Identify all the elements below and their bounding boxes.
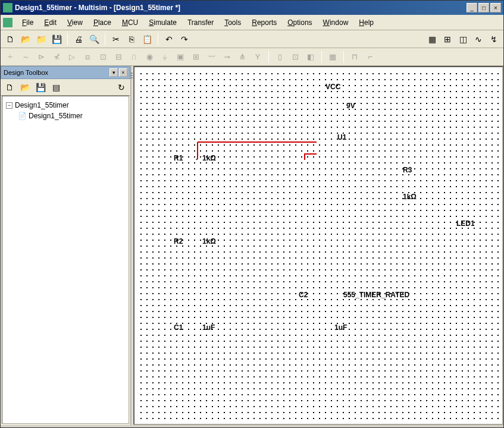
design-toolbox-header: Design Toolbox ▾ × xyxy=(1,66,130,79)
open-icon[interactable]: 📂 xyxy=(18,32,33,46)
comp-em-icon[interactable]: ⊸ xyxy=(220,50,234,64)
redo-icon[interactable]: ↷ xyxy=(177,32,192,46)
comp-ttl-icon[interactable]: ⧈ xyxy=(80,50,95,64)
instrument-icon[interactable]: ◫ xyxy=(456,32,470,46)
titlebar: Design1_55timer - Multisim - [Design1_55… xyxy=(1,1,503,15)
design-toolbox-panel: Design Toolbox ▾ × 🗋 📂 💾 ▤ ↻ − Design1_5… xyxy=(1,66,130,425)
menu-tools[interactable]: Tools xyxy=(220,17,246,29)
maximize-button[interactable]: □ xyxy=(478,3,489,12)
comp-hier-icon[interactable]: ⊡ xyxy=(288,50,302,64)
menu-simulate[interactable]: Simulate xyxy=(144,17,181,29)
menu-options[interactable]: Options xyxy=(283,17,317,29)
design-tree[interactable]: − Design1_55timer 📄 Design1_55timer xyxy=(2,96,129,424)
toolbox-save-icon[interactable]: 💾 xyxy=(34,81,47,94)
comp-analog-icon[interactable]: ▷ xyxy=(65,50,79,64)
collapse-icon[interactable]: − xyxy=(6,102,12,109)
r2-value[interactable]: 1kΩ xyxy=(202,237,216,246)
menu-file[interactable]: File xyxy=(17,17,38,29)
toolbox-refresh-icon[interactable]: ↻ xyxy=(115,81,128,94)
menu-help[interactable]: Help xyxy=(354,17,378,29)
toolbar-standard: 🗋 📂 📁 💾 🖨 🔍 ✂ ⎘ 📋 ↶ ↷ ▦ ⊞ ◫ ∿ ↯ xyxy=(1,30,503,48)
print-icon[interactable]: 🖨 xyxy=(71,32,86,46)
run-icon[interactable]: ▦ xyxy=(325,50,340,64)
panel-dropdown-icon[interactable]: ▾ xyxy=(109,68,118,77)
comp-mcu-icon[interactable]: ▯ xyxy=(273,50,287,64)
vcc-value[interactable]: 9V xyxy=(346,102,355,110)
design-toolbox-title: Design Toolbox xyxy=(4,69,48,76)
comp-source-icon[interactable]: ÷ xyxy=(3,50,17,64)
close-button[interactable]: × xyxy=(490,3,501,12)
menu-reports[interactable]: Reports xyxy=(247,17,281,29)
content-area: Design Toolbox ▾ × 🗋 📂 💾 ▤ ↻ − Design1_5… xyxy=(1,66,503,425)
tree-root[interactable]: − Design1_55timer xyxy=(6,100,125,111)
copy-icon[interactable]: ⎘ xyxy=(124,32,139,46)
menu-window[interactable]: Window xyxy=(318,17,353,29)
stop-icon[interactable]: ⌐ xyxy=(363,50,377,64)
doc-icon xyxy=(3,18,12,27)
menu-edit[interactable]: Edit xyxy=(39,17,61,29)
grapher-icon[interactable]: ▦ xyxy=(425,32,439,46)
comp-basic-icon[interactable]: ～ xyxy=(18,50,33,64)
comp-ni-icon[interactable]: ⋔ xyxy=(235,50,249,64)
ic-name[interactable]: 555_TIMER_RATED xyxy=(343,291,409,299)
print-preview-icon[interactable]: 🔍 xyxy=(87,32,101,46)
window-controls: _ □ × xyxy=(467,3,501,12)
undo-icon[interactable]: ↶ xyxy=(162,32,176,46)
menu-transfer[interactable]: Transfer xyxy=(183,17,218,29)
schematic-canvas[interactable]: VCC 9V U1 R1 1kΩ R2 1kΩ R3 1kΩ LED1 C1 1… xyxy=(138,71,499,420)
menubar: File Edit View Place MCU Simulate Transf… xyxy=(1,15,503,30)
menu-place[interactable]: Place xyxy=(89,17,116,29)
oscope-icon[interactable]: ∿ xyxy=(471,32,486,46)
comp-connector-icon[interactable]: Y xyxy=(251,50,265,64)
paste-icon[interactable]: 📋 xyxy=(140,32,154,46)
comp-advanced-icon[interactable]: ⊞ xyxy=(189,50,203,64)
window-title: Design1_55timer - Multisim - [Design1_55… xyxy=(15,4,467,12)
pause-icon[interactable]: ⊓ xyxy=(348,50,362,64)
schematic-svg: VCC RST DIS THR TRI CON GND OUT xyxy=(138,71,317,160)
panel-close-icon[interactable]: × xyxy=(119,68,127,77)
c2-name[interactable]: C2 xyxy=(299,291,308,299)
comp-power-icon[interactable]: ⏚ xyxy=(158,50,172,64)
comp-diode-icon[interactable]: ⊳ xyxy=(34,50,48,64)
cut-icon[interactable]: ✂ xyxy=(109,32,123,46)
app-icon xyxy=(3,3,12,12)
c2-value[interactable]: 1uF xyxy=(334,323,347,332)
save-icon[interactable]: 💾 xyxy=(49,32,64,46)
r2-name[interactable]: R2 xyxy=(174,237,183,246)
toolbar-components: ÷ ～ ⊳ ⊀ ▷ ⧈ ⊡ ⊟ ⎍ ◉ ⏚ ▣ ⊞ 〰 ⊸ ⋔ Y ▯ ⊡ ◧ … xyxy=(1,48,503,66)
led1-name[interactable]: LED1 xyxy=(456,219,475,228)
open-design-icon[interactable]: 📁 xyxy=(34,32,48,46)
design-toolbox-toolbar: 🗋 📂 💾 ▤ ↻ xyxy=(1,79,130,96)
new-icon[interactable]: 🗋 xyxy=(3,32,17,46)
c1-name[interactable]: C1 xyxy=(174,323,183,332)
comp-misc2-icon[interactable]: ▣ xyxy=(173,50,187,64)
tree-child-design[interactable]: 📄 Design1_55timer xyxy=(18,111,125,121)
toolbox-new-icon[interactable]: 🗋 xyxy=(3,81,16,94)
tree-root-label: Design1_55timer xyxy=(15,101,69,109)
comp-mixed-icon[interactable]: ⎍ xyxy=(127,50,141,64)
r3-name[interactable]: R3 xyxy=(403,166,412,174)
toolbox-open-icon[interactable]: 📂 xyxy=(18,81,32,94)
probe-icon[interactable]: ↯ xyxy=(487,32,501,46)
comp-bus-icon[interactable]: ◧ xyxy=(303,50,318,64)
u1-label[interactable]: U1 xyxy=(337,133,346,141)
comp-rf-icon[interactable]: 〰 xyxy=(204,50,218,64)
comp-indicator-icon[interactable]: ◉ xyxy=(142,50,156,64)
schematic-canvas-frame: VCC 9V U1 R1 1kΩ R2 1kΩ R3 1kΩ LED1 C1 1… xyxy=(133,66,503,425)
minimize-button[interactable]: _ xyxy=(467,3,477,12)
spreadsheet-icon[interactable]: ⊞ xyxy=(440,32,455,46)
comp-cmos-icon[interactable]: ⊡ xyxy=(96,50,110,64)
comp-misc-icon[interactable]: ⊟ xyxy=(111,50,126,64)
c1-value[interactable]: 1uF xyxy=(202,323,215,332)
tree-child-label: Design1_55timer xyxy=(29,112,83,120)
schematic-icon: 📄 xyxy=(18,112,26,120)
r3-value[interactable]: 1kΩ xyxy=(403,193,417,201)
menu-mcu[interactable]: MCU xyxy=(117,17,143,29)
toolbox-sheet-icon[interactable]: ▤ xyxy=(49,81,62,94)
comp-transistor-icon[interactable]: ⊀ xyxy=(49,50,64,64)
vcc-label[interactable]: VCC xyxy=(325,83,340,91)
menu-view[interactable]: View xyxy=(62,17,87,29)
